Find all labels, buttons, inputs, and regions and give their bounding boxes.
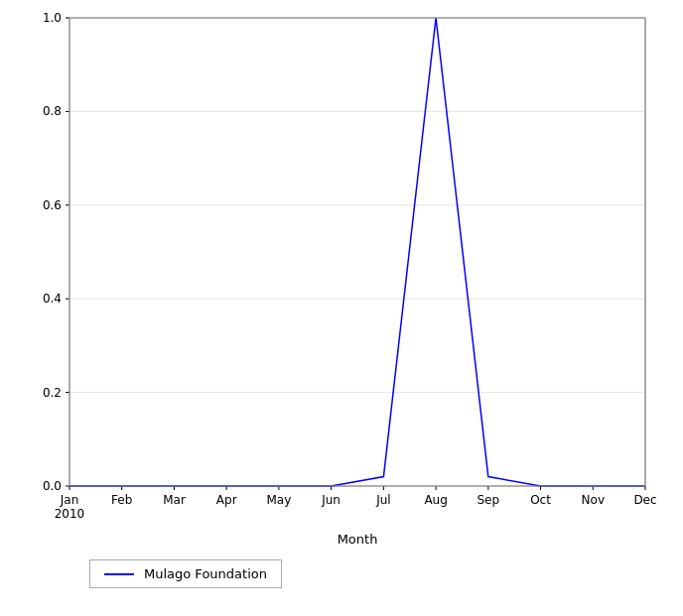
y-tick-0: 0.0 — [43, 479, 62, 493]
x-tick-jan: Jan — [60, 493, 79, 507]
x-tick-feb: Feb — [111, 493, 132, 507]
x-tick-aug: Aug — [424, 493, 447, 507]
y-tick-04: 0.4 — [43, 292, 62, 306]
x-tick-2010: 2010 — [55, 507, 85, 521]
legend-label: Mulago Foundation — [144, 566, 267, 581]
x-tick-jul: Jul — [375, 493, 390, 507]
y-tick-08: 0.8 — [43, 104, 62, 118]
svg-rect-0 — [69, 18, 645, 486]
x-tick-dec: Dec — [633, 493, 656, 507]
legend: Mulago Foundation — [89, 559, 282, 588]
chart-svg: 0.0 0.2 0.4 0.6 0.8 1.0 Jan 2 — [0, 0, 683, 616]
x-tick-jun: Jun — [321, 493, 341, 507]
x-tick-mar: Mar — [163, 493, 186, 507]
y-tick-10: 1.0 — [43, 11, 62, 25]
x-tick-may: May — [266, 493, 291, 507]
x-tick-sep: Sep — [477, 493, 499, 507]
x-tick-apr: Apr — [216, 493, 237, 507]
y-tick-02: 0.2 — [43, 386, 62, 400]
y-tick-06: 0.6 — [43, 198, 62, 212]
chart-container: 0.0 0.2 0.4 0.6 0.8 1.0 Jan 2 — [0, 0, 683, 616]
legend-line — [104, 573, 134, 575]
x-axis-label: Month — [338, 532, 378, 547]
x-tick-oct: Oct — [530, 493, 551, 507]
x-tick-nov: Nov — [582, 493, 605, 507]
